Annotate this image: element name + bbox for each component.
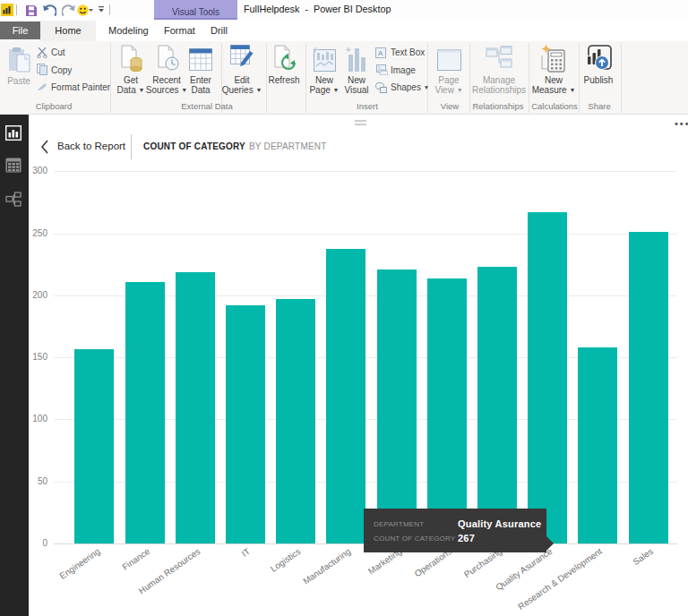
svg-text:A: A [378, 49, 383, 57]
